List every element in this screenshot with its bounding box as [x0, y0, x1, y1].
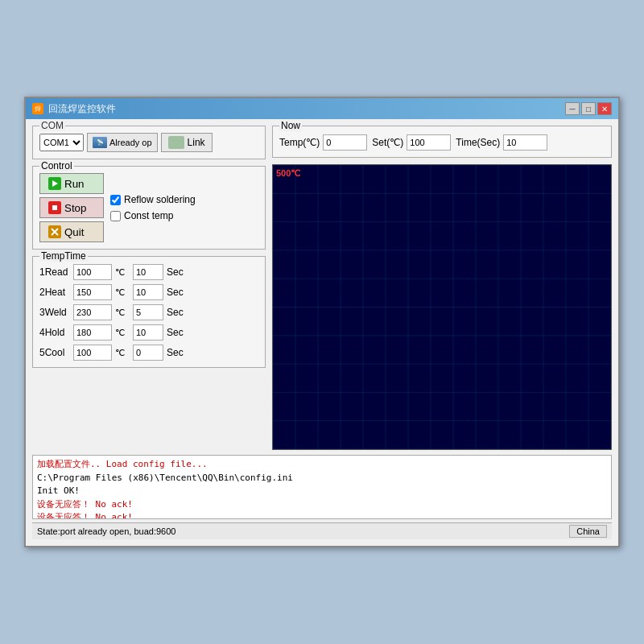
status-text: State:port already open, buad:9600: [37, 526, 175, 536]
stop-label: Stop: [64, 202, 86, 214]
table-row: 5Cool ℃ Sec: [39, 345, 258, 361]
sec-unit-4: Sec: [167, 347, 184, 358]
table-row: 4Hold ℃ Sec: [39, 324, 258, 341]
table-row: 2Heat ℃ Sec: [39, 284, 258, 300]
temptime-group: TempTime 1Read ℃ Sec 2Heat ℃ Sec: [32, 256, 266, 368]
main-window: 焊 回流焊监控软件 ─ □ ✕ COM COM1: [24, 97, 620, 547]
temp-unit-0: ℃: [115, 267, 130, 278]
time-field-input[interactable]: [503, 134, 547, 151]
quit-label: Quit: [64, 226, 84, 238]
temp-unit-1: ℃: [115, 287, 130, 298]
title-bar-controls: ─ □ ✕: [565, 102, 612, 115]
link-button[interactable]: Link: [161, 133, 213, 152]
const-checkbox-row: Const temp: [110, 210, 196, 221]
time-field: Time(Sec): [456, 134, 547, 151]
com-group-label: COM: [39, 120, 65, 131]
stop-button[interactable]: Stop: [39, 197, 104, 218]
table-row: 1Read ℃ Sec: [39, 264, 258, 280]
maximize-button[interactable]: □: [581, 102, 596, 115]
control-group: Control Run: [32, 166, 266, 250]
app-icon: 焊: [32, 103, 43, 114]
sec-input-4[interactable]: [133, 345, 163, 361]
temp-field-input[interactable]: [323, 134, 367, 151]
row-name-4: 5Cool: [39, 347, 70, 358]
control-group-label: Control: [39, 160, 74, 171]
sec-unit-3: Sec: [167, 327, 184, 338]
window-title: 回流焊监控软件: [48, 102, 116, 116]
temp-input-3[interactable]: [73, 324, 112, 341]
sec-input-2[interactable]: [133, 304, 163, 320]
sec-unit-1: Sec: [167, 287, 184, 298]
title-bar-title: 焊 回流焊监控软件: [32, 102, 116, 116]
row-name-0: 1Read: [39, 266, 70, 278]
left-panel: COM COM1 📡 Already op Link: [32, 126, 266, 450]
log-line-0: 加载配置文件.. Load config file...: [37, 458, 607, 472]
now-group-label: Now: [279, 120, 302, 131]
set-field-label: Set(℃): [372, 137, 403, 148]
run-label: Run: [64, 178, 84, 190]
run-button[interactable]: Run: [39, 173, 104, 194]
sec-input-1[interactable]: [133, 284, 163, 300]
temp-input-1[interactable]: [73, 284, 112, 300]
chart-grid-svg: [273, 165, 611, 449]
log-line-3: 设备无应答！ No ack!: [37, 498, 607, 512]
log-line-1: C:\Program Files (x86)\Tencent\QQ\Bin\co…: [37, 472, 607, 485]
temp-field: Temp(℃): [279, 134, 367, 151]
row-name-2: 3Weld: [39, 307, 70, 318]
svg-marker-0: [52, 180, 58, 187]
row-name-1: 2Heat: [39, 287, 70, 298]
reflow-checkbox[interactable]: [110, 195, 121, 205]
run-icon: [48, 177, 61, 190]
now-row: Temp(℃) Set(℃) Time(Sec): [279, 134, 605, 151]
link-icon: [168, 136, 184, 149]
minimize-button[interactable]: ─: [565, 102, 580, 115]
const-checkbox[interactable]: [110, 211, 121, 221]
quit-button[interactable]: Quit: [39, 221, 104, 242]
title-bar: 焊 回流焊监控软件 ─ □ ✕: [26, 98, 618, 119]
log-area[interactable]: 加载配置文件.. Load config file... C:\Program …: [32, 455, 612, 519]
time-field-label: Time(Sec): [456, 137, 500, 148]
reflow-label: Reflow soldering: [124, 194, 196, 205]
row-name-3: 4Hold: [39, 327, 70, 338]
temptime-group-label: TempTime: [39, 250, 88, 262]
right-panel: Now Temp(℃) Set(℃) Time(Sec): [272, 126, 612, 450]
button-column: Run Stop: [39, 173, 104, 242]
com-select[interactable]: COM1: [39, 134, 84, 151]
content-area: COM COM1 📡 Already op Link: [26, 119, 618, 546]
svg-rect-1: [52, 205, 57, 210]
log-line-2: Init OK!: [37, 485, 607, 498]
table-row: 3Weld ℃ Sec: [39, 304, 258, 320]
temp-unit-3: ℃: [115, 328, 130, 338]
temp-unit-2: ℃: [115, 308, 130, 318]
com-group: COM COM1 📡 Already op Link: [32, 126, 266, 159]
com-row: COM1 📡 Already op Link: [39, 133, 258, 152]
sec-input-3[interactable]: [133, 324, 163, 341]
top-section: COM COM1 📡 Already op Link: [32, 126, 612, 450]
chart-area: 500℃: [272, 164, 612, 450]
temp-input-0[interactable]: [73, 264, 112, 280]
already-label: Already op: [109, 138, 152, 147]
link-label: Link: [188, 137, 205, 148]
temp-unit-4: ℃: [115, 348, 130, 358]
now-group: Now Temp(℃) Set(℃) Time(Sec): [272, 126, 612, 158]
china-button[interactable]: China: [569, 525, 607, 538]
control-inner: Run Stop: [39, 173, 258, 242]
stop-icon: [48, 201, 61, 214]
chart-temp-label: 500℃: [276, 168, 300, 179]
sec-unit-0: Sec: [167, 266, 184, 278]
const-label: Const temp: [124, 210, 173, 221]
already-icon: 📡: [93, 137, 107, 148]
sec-unit-2: Sec: [167, 307, 184, 318]
sec-input-0[interactable]: [133, 264, 163, 280]
close-button[interactable]: ✕: [597, 102, 612, 115]
reflow-checkbox-row: Reflow soldering: [110, 194, 196, 205]
temp-field-label: Temp(℃): [279, 137, 320, 148]
set-field: Set(℃): [372, 134, 451, 151]
status-bar: State:port already open, buad:9600 China: [32, 522, 612, 539]
temp-input-2[interactable]: [73, 304, 112, 320]
temp-input-4[interactable]: [73, 345, 112, 361]
already-button[interactable]: 📡 Already op: [87, 133, 158, 152]
set-field-input[interactable]: [407, 134, 451, 151]
checkbox-column: Reflow soldering Const temp: [110, 173, 196, 242]
log-line-4: 设备无应答！ No ack!: [37, 511, 607, 519]
